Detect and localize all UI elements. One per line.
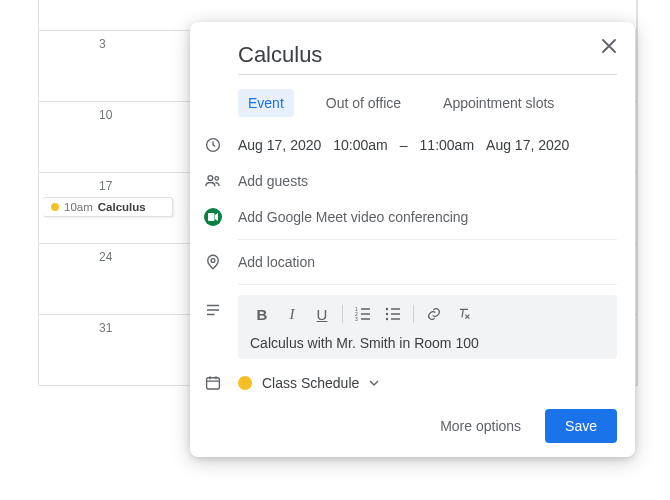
- save-button[interactable]: Save: [545, 409, 617, 443]
- end-time[interactable]: 11:00am: [420, 137, 474, 153]
- calendar-date: 31: [99, 321, 112, 335]
- clear-formatting-button[interactable]: [450, 301, 478, 327]
- add-video-conferencing-button[interactable]: Add Google Meet video conferencing: [238, 209, 617, 225]
- clock-icon: [204, 136, 222, 154]
- calendar-color-dot: [238, 376, 252, 390]
- svg-text:3: 3: [355, 316, 358, 321]
- format-toolbar: B I U 123: [238, 295, 617, 333]
- italic-button[interactable]: I: [278, 301, 306, 327]
- close-icon: [601, 38, 617, 54]
- tab-event[interactable]: Event: [238, 89, 294, 117]
- svg-point-4: [211, 259, 215, 263]
- numbered-list-icon: 123: [355, 307, 371, 321]
- clear-format-icon: [456, 306, 472, 322]
- toolbar-divider: [342, 305, 343, 323]
- bold-button[interactable]: B: [248, 301, 276, 327]
- calendar-date: 10: [99, 108, 112, 122]
- svg-point-9: [386, 313, 388, 315]
- bulleted-list-button[interactable]: [379, 301, 407, 327]
- event-chip[interactable]: 10am Calculus: [43, 197, 173, 217]
- description-editor: B I U 123: [238, 295, 617, 359]
- google-meet-icon: [204, 208, 222, 226]
- time-dash: –: [400, 137, 408, 153]
- calendar-selector[interactable]: Class Schedule: [238, 375, 617, 391]
- chevron-down-icon: [369, 378, 379, 388]
- numbered-list-button[interactable]: 123: [349, 301, 377, 327]
- event-editor-modal: Event Out of office Appointment slots Au…: [190, 22, 635, 457]
- svg-point-2: [215, 177, 219, 181]
- close-button[interactable]: [593, 30, 625, 62]
- bulleted-list-icon: [385, 307, 401, 321]
- calendar-icon: [204, 374, 222, 392]
- more-options-button[interactable]: More options: [430, 410, 531, 442]
- tab-out-of-office[interactable]: Out of office: [316, 89, 411, 117]
- tab-appointment-slots[interactable]: Appointment slots: [433, 89, 564, 117]
- svg-point-10: [386, 318, 388, 320]
- svg-point-8: [386, 308, 388, 310]
- underline-button[interactable]: U: [308, 301, 336, 327]
- calendar-date: 24: [99, 250, 112, 264]
- toolbar-divider: [413, 305, 414, 323]
- event-title-input[interactable]: [238, 38, 617, 75]
- calendar-name: Class Schedule: [262, 375, 359, 391]
- add-guests-button[interactable]: Add guests: [238, 173, 617, 189]
- description-icon: [204, 301, 222, 319]
- svg-rect-11: [207, 378, 220, 389]
- divider: [238, 284, 617, 285]
- event-color-dot: [51, 203, 59, 211]
- start-date[interactable]: Aug 17, 2020: [238, 137, 321, 153]
- people-icon: [204, 172, 222, 190]
- calendar-date: 17: [99, 179, 112, 193]
- description-text[interactable]: Calculus with Mr. Smith in Room 100: [238, 333, 617, 353]
- event-type-tabs: Event Out of office Appointment slots: [238, 81, 617, 121]
- event-chip-time: 10am: [64, 201, 93, 213]
- link-icon: [426, 306, 442, 322]
- event-chip-title: Calculus: [98, 201, 146, 213]
- divider: [238, 239, 617, 240]
- link-button[interactable]: [420, 301, 448, 327]
- add-location-button[interactable]: Add location: [238, 254, 617, 270]
- event-datetime: Aug 17, 2020 10:00am – 11:00am Aug 17, 2…: [238, 137, 617, 153]
- end-date[interactable]: Aug 17, 2020: [486, 137, 569, 153]
- start-time[interactable]: 10:00am: [333, 137, 387, 153]
- modal-footer: More options Save: [190, 401, 635, 443]
- svg-point-1: [208, 176, 213, 181]
- location-icon: [204, 253, 222, 271]
- calendar-date: 3: [99, 37, 106, 51]
- svg-rect-3: [208, 213, 215, 221]
